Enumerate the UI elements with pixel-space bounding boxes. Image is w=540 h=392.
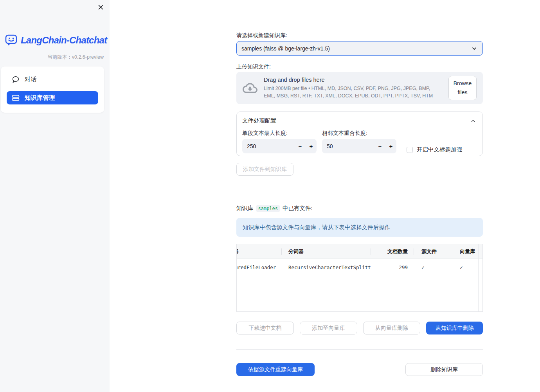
expander-body: 单段文本最大长度: 250 − + 相邻文本重合长度: 50 − + 开启中文标…	[242, 129, 476, 153]
overlap-label: 相邻文本重合长度:	[322, 129, 396, 137]
version-text: 当前版本：v0.2.6-preview	[47, 54, 104, 61]
overlap-input[interactable]: 50 − +	[322, 139, 396, 153]
close-sidebar-button[interactable]	[97, 3, 104, 11]
divider	[236, 192, 483, 192]
zh-title-enhance-row: 开启中文标题加强	[407, 146, 462, 153]
kb-files-heading: 知识库 samples 中已有文件:	[236, 205, 483, 212]
table-scrollbar-gutter[interactable]	[478, 244, 479, 311]
close-icon	[98, 4, 104, 10]
table-header-splitter: 分词器	[281, 244, 371, 259]
table-row[interactable]: uredFileLoader RecursiveCharacterTextSpl…	[237, 259, 482, 276]
delete-from-kb-button[interactable]: 从知识库中删除	[426, 322, 483, 334]
knowledge-base-select[interactable]: samples (faiss @ bge-large-zh-v1.5)	[236, 41, 483, 56]
dropzone-title: Drag and drop files here	[264, 77, 442, 83]
main-content: 请选择或新建知识库: samples (faiss @ bge-large-zh…	[236, 0, 483, 376]
cloud-upload-icon	[243, 81, 257, 95]
table-header-row: 器 分词器 文档数量 源文件 向量库	[237, 244, 482, 259]
overlap-field: 相邻文本重合长度: 50 − +	[322, 129, 396, 153]
kb-files-prefix: 知识库	[236, 205, 254, 212]
decrement-button[interactable]: −	[295, 139, 306, 153]
kb-files-suffix: 中已有文件:	[283, 205, 313, 212]
sidebar-item-chat[interactable]: 对话	[7, 73, 98, 86]
download-selected-button[interactable]: 下载选中文档	[236, 322, 294, 334]
increment-button[interactable]: +	[385, 139, 396, 153]
sidebar-item-label: 对话	[25, 76, 37, 84]
table-header-source: 源文件	[414, 244, 453, 259]
table-header-loader: 器	[237, 244, 281, 259]
sidebar-menu: 对话 知识库管理	[1, 67, 104, 113]
zh-title-enhance-checkbox[interactable]	[407, 147, 413, 153]
cell-loader: uredFileLoader	[237, 259, 281, 276]
decrement-button[interactable]: −	[374, 139, 385, 153]
remove-from-vector-store-button[interactable]: 从向量库删除	[363, 322, 421, 334]
dropzone-limit-text: Limit 200MB per file • HTML, MD, JSON, C…	[264, 85, 442, 99]
cell-source-check: ✓	[414, 259, 453, 276]
add-to-vector-store-button[interactable]: 添加至向量库	[300, 322, 357, 334]
sidebar-item-label: 知识库管理	[25, 94, 55, 102]
cell-splitter: RecursiveCharacterTextSplitter	[281, 259, 371, 276]
table-header-docs: 文档数量	[371, 244, 414, 259]
kb-select-value: samples (faiss @ bge-large-zh-v1.5)	[241, 45, 330, 52]
dropzone-instructions: Drag and drop files here Limit 200MB per…	[264, 77, 442, 99]
kb-files-table[interactable]: 器 分词器 文档数量 源文件 向量库 uredFileLoader Recurs…	[236, 244, 483, 312]
divider	[236, 349, 483, 350]
kb-stack-icon	[12, 94, 20, 102]
app-logo: LangChain-Chatchat	[5, 34, 107, 47]
smiley-chat-logo-icon	[5, 34, 18, 47]
file-action-buttons: 下载选中文档 添加至向量库 从向量库删除 从知识库中删除	[236, 322, 483, 334]
delete-kb-button[interactable]: 删除知识库	[405, 363, 483, 376]
file-config-expander: 文件处理配置 单段文本最大长度: 250 − + 相邻文本重合长度: 50 − …	[236, 111, 483, 156]
chevron-up-icon	[470, 118, 476, 124]
kb-bottom-actions: 依据源文件重建向量库 删除知识库	[236, 363, 483, 376]
expander-header[interactable]: 文件处理配置	[242, 117, 476, 124]
chunk-size-label: 单段文本最大长度:	[242, 129, 317, 137]
add-files-to-kb-button[interactable]: 添加文件到知识库	[236, 163, 293, 176]
increment-button[interactable]: +	[306, 139, 317, 153]
expander-title: 文件处理配置	[242, 117, 276, 124]
zh-title-enhance-label: 开启中文标题加强	[417, 146, 462, 153]
cell-docs: 299	[371, 259, 414, 276]
upload-label: 上传知识文件:	[236, 63, 483, 70]
app-title: LangChain-Chatchat	[21, 35, 107, 46]
file-dropzone[interactable]: Drag and drop files here Limit 200MB per…	[236, 72, 483, 104]
kb-select-label: 请选择或新建知识库:	[236, 31, 483, 39]
sidebar: LangChain-Chatchat 当前版本：v0.2.6-preview 对…	[0, 0, 110, 392]
info-alert: 知识库中包含源文件与向量库，请从下表中选择文件后操作	[236, 218, 483, 237]
rebuild-vector-store-button[interactable]: 依据源文件重建向量库	[236, 363, 315, 376]
chunk-size-field: 单段文本最大长度: 250 − +	[242, 129, 317, 153]
sidebar-item-knowledge-base[interactable]: 知识库管理	[7, 91, 98, 104]
overlap-value[interactable]: 50	[327, 143, 333, 149]
chunk-size-value[interactable]: 250	[247, 143, 256, 149]
chat-bubble-icon	[12, 76, 20, 83]
browse-files-button[interactable]: Browse files	[448, 76, 477, 100]
kb-name-code: samples	[256, 205, 280, 212]
chevron-down-icon	[471, 45, 478, 52]
chunk-size-input[interactable]: 250 − +	[242, 139, 317, 153]
